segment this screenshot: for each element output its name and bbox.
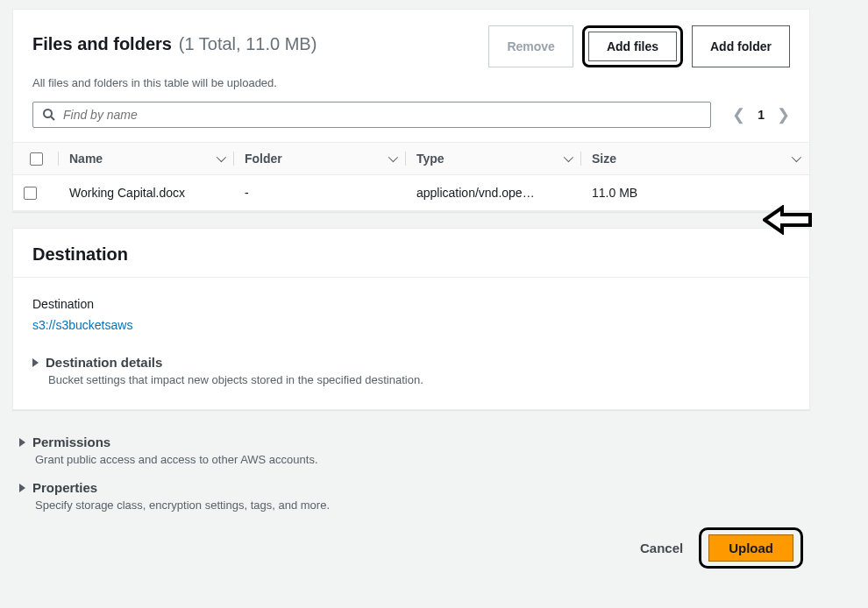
arrow-annotation-icon (763, 205, 814, 235)
row-checkbox[interactable] (24, 187, 37, 200)
sort-icon (217, 152, 226, 162)
files-title: Files and folders (32, 34, 172, 53)
size-header-label: Size (592, 152, 616, 166)
sort-icon (564, 152, 573, 162)
divider (13, 277, 809, 278)
table-header-row: Name Folder Type (13, 143, 809, 175)
permissions-desc: Grant public access and access to other … (35, 453, 803, 466)
page-number: 1 (758, 108, 765, 122)
column-header-name[interactable]: Name (59, 143, 234, 175)
svg-line-1 (51, 117, 54, 120)
files-summary: (1 Total, 11.0 MB) (179, 34, 317, 53)
permissions-expander[interactable]: Permissions Grant public access and acce… (19, 435, 803, 466)
add-files-button[interactable]: Add files (588, 32, 677, 61)
sort-icon (388, 152, 398, 162)
add-folder-button[interactable]: Add folder (692, 25, 790, 67)
prev-page-icon[interactable]: ❮ (732, 107, 745, 123)
search-wrapper[interactable] (32, 102, 711, 128)
add-files-highlight: Add files (582, 25, 683, 67)
caret-right-icon (19, 484, 25, 492)
upload-button[interactable]: Upload (708, 534, 793, 562)
properties-desc: Specify storage class, encryption settin… (35, 498, 803, 512)
files-folders-panel: Files and folders (1 Total, 11.0 MB) Rem… (12, 9, 810, 212)
destination-panel: Destination Destination s3://s3bucketsaw… (12, 228, 810, 410)
table-row[interactable]: Working Capital.docx - application/vnd.o… (13, 175, 809, 211)
destination-heading: Destination (32, 244, 790, 265)
properties-expander[interactable]: Properties Specify storage class, encryp… (19, 480, 803, 512)
permissions-title: Permissions (32, 435, 110, 449)
footer-actions: Cancel Upload (12, 527, 810, 569)
svg-point-0 (44, 110, 52, 117)
files-table: Name Folder Type (13, 142, 809, 211)
destination-details-title: Destination details (46, 355, 162, 370)
cell-type: application/vnd.ope… (406, 175, 581, 211)
checkbox-icon[interactable] (30, 152, 43, 166)
next-page-icon[interactable]: ❯ (777, 107, 790, 123)
cancel-button[interactable]: Cancel (640, 541, 683, 555)
destination-details-expander[interactable]: Destination details Bucket settings that… (32, 355, 790, 386)
type-header-label: Type (416, 152, 445, 166)
column-header-size[interactable]: Size (581, 143, 809, 175)
sort-icon (792, 152, 801, 162)
name-header-label: Name (69, 152, 103, 166)
files-description: All files and folders in this table will… (13, 71, 809, 102)
pagination: ❮ 1 ❯ (732, 107, 790, 123)
upload-highlight: Upload (699, 527, 803, 569)
properties-title: Properties (32, 480, 97, 495)
column-header-type[interactable]: Type (406, 143, 581, 175)
select-all-header[interactable] (13, 143, 59, 175)
destination-link[interactable]: s3://s3bucketsaws (32, 318, 132, 332)
cell-folder: - (234, 175, 406, 211)
folder-header-label: Folder (245, 152, 282, 166)
destination-label: Destination (32, 297, 790, 311)
remove-button[interactable]: Remove (488, 25, 573, 67)
destination-details-desc: Bucket settings that impact new objects … (48, 373, 790, 386)
column-header-folder[interactable]: Folder (234, 143, 406, 175)
cell-name: Working Capital.docx (59, 175, 234, 211)
search-input[interactable] (63, 108, 701, 122)
caret-right-icon (19, 438, 25, 447)
search-icon (42, 108, 56, 122)
caret-right-icon (32, 358, 39, 367)
